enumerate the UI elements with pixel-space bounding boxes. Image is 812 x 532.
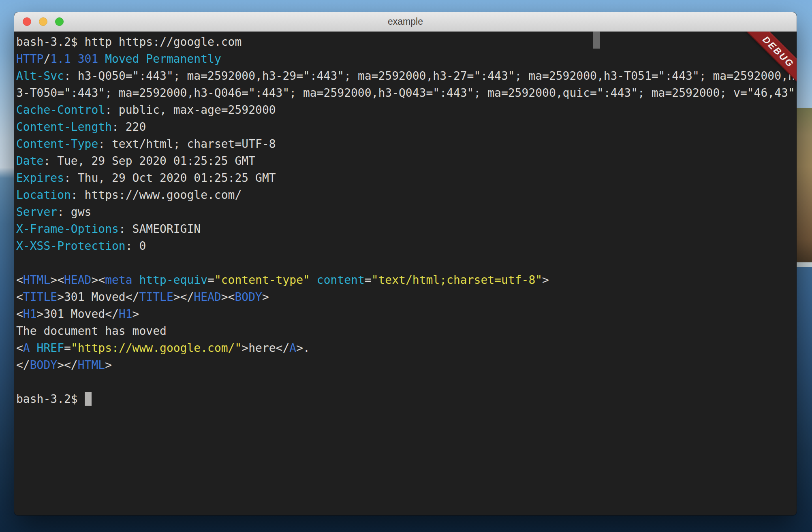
terminal-line: <TITLE>301 Moved</TITLE></HEAD><BODY>	[16, 289, 795, 306]
terminal-window: example bash-3.2$ http https://google.co…	[14, 12, 797, 515]
terminal-line: X-Frame-Options: SAMEORIGIN	[16, 221, 795, 238]
terminal-line: bash-3.2$	[16, 391, 795, 408]
terminal-line: X-XSS-Protection: 0	[16, 238, 795, 255]
window-titlebar[interactable]: example	[14, 12, 797, 32]
scroll-marker	[593, 32, 600, 49]
terminal-line: <HTML><HEAD><meta http-equiv="content-ty…	[16, 272, 795, 289]
terminal-line: Location: https://www.google.com/	[16, 187, 795, 204]
window-title: example	[388, 16, 423, 27]
terminal-line: <H1>301 Moved</H1>	[16, 306, 795, 323]
terminal-line: Expires: Thu, 29 Oct 2020 01:25:25 GMT	[16, 170, 795, 187]
terminal-cursor	[85, 392, 92, 406]
terminal-line: Content-Type: text/html; charset=UTF-8	[16, 136, 795, 153]
terminal-line: The document has moved	[16, 323, 795, 340]
terminal-line: 3-T050=":443"; ma=2592000,h3-Q046=":443"…	[16, 85, 795, 102]
terminal-line	[16, 255, 795, 272]
terminal-line: HTTP/1.1 301 Moved Permanently	[16, 51, 795, 68]
terminal-line: Alt-Svc: h3-Q050=":443"; ma=2592000,h3-2…	[16, 68, 795, 85]
terminal-line: </BODY></HTML>	[16, 357, 795, 374]
traffic-lights	[23, 12, 64, 31]
terminal-line: Content-Length: 220	[16, 119, 795, 136]
terminal-line: <A HREF="https://www.google.com/">here</…	[16, 340, 795, 357]
terminal-line: Cache-Control: public, max-age=2592000	[16, 102, 795, 119]
desktop: example bash-3.2$ http https://google.co…	[0, 0, 812, 532]
terminal-line: Server: gws	[16, 204, 795, 221]
terminal-line	[16, 374, 795, 391]
zoom-button[interactable]	[55, 17, 64, 26]
minimize-button[interactable]	[39, 17, 47, 26]
terminal-body[interactable]: bash-3.2$ http https://google.comHTTP/1.…	[14, 32, 797, 515]
terminal-line: bash-3.2$ http https://google.com	[16, 34, 795, 51]
close-button[interactable]	[23, 17, 31, 26]
terminal-line: Date: Tue, 29 Sep 2020 01:25:25 GMT	[16, 153, 795, 170]
